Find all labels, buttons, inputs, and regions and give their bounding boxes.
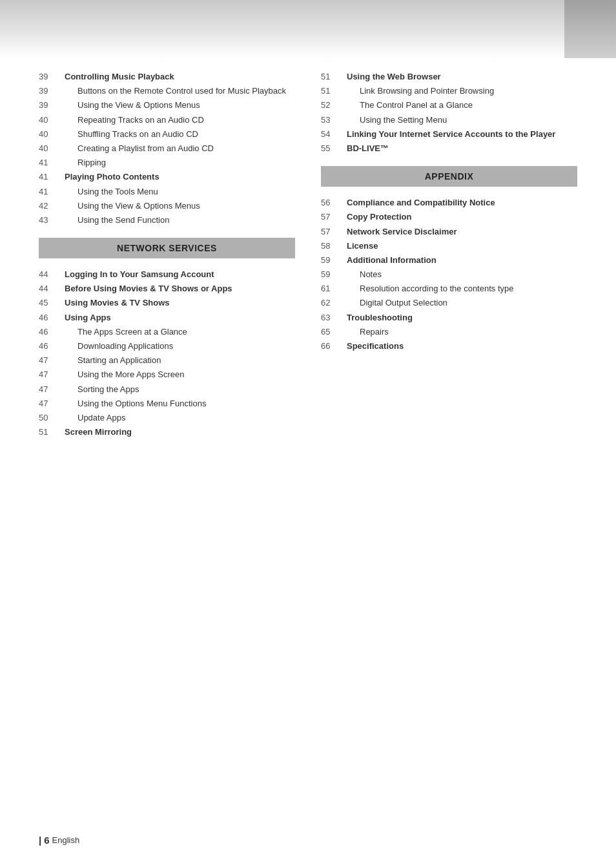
toc-page-number: 58 bbox=[321, 240, 347, 252]
table-row: 42Using the View & Options Menus bbox=[39, 200, 295, 212]
table-row: 47Using the More Apps Screen bbox=[39, 369, 295, 380]
table-row: 39Controlling Music Playback bbox=[39, 71, 295, 83]
toc-entry-label: Linking Your Internet Service Accounts t… bbox=[347, 129, 555, 140]
table-row: 47Sorting the Apps bbox=[39, 384, 295, 395]
toc-entry-label: Copy Protection bbox=[347, 211, 411, 223]
toc-entry-label: Creating a Playlist from an Audio CD bbox=[65, 143, 214, 154]
toc-entry-label: Repeating Tracks on an Audio CD bbox=[65, 114, 204, 126]
table-row: 52The Control Panel at a Glance bbox=[321, 99, 577, 111]
footer-pipe: | bbox=[39, 835, 41, 846]
table-row: 58License bbox=[321, 240, 577, 252]
table-row: 59Additional Information bbox=[321, 255, 577, 266]
toc-page-number: 47 bbox=[39, 398, 65, 410]
toc-page-number: 43 bbox=[39, 214, 65, 226]
toc-page-number: 51 bbox=[321, 71, 347, 83]
table-row: 41Playing Photo Contents bbox=[39, 171, 295, 183]
table-row: 59Notes bbox=[321, 269, 577, 280]
table-row: 39Buttons on the Remote Control used for… bbox=[39, 85, 295, 97]
toc-page-number: 47 bbox=[39, 369, 65, 380]
toc-page-number: 59 bbox=[321, 269, 347, 280]
toc-entry-label: Buttons on the Remote Control used for M… bbox=[65, 85, 286, 97]
toc-entry-label: Playing Photo Contents bbox=[65, 171, 159, 183]
toc-entry-label: Controlling Music Playback bbox=[65, 71, 174, 83]
toc-entry-label: Before Using Movies & TV Shows or Apps bbox=[65, 283, 232, 295]
toc-entry-label: Using the More Apps Screen bbox=[65, 369, 184, 380]
table-row: 43Using the Send Function bbox=[39, 214, 295, 226]
table-row: 46The Apps Screen at a Glance bbox=[39, 326, 295, 338]
toc-page-number: 39 bbox=[39, 71, 65, 83]
toc-entry-label: Using the Options Menu Functions bbox=[65, 398, 206, 410]
toc-entry-label: Shuffling Tracks on an Audio CD bbox=[65, 129, 198, 140]
toc-page-number: 46 bbox=[39, 340, 65, 352]
right-toc-entries: 51Using the Web Browser51Link Browsing a… bbox=[321, 71, 577, 154]
toc-entry-label: BD-LIVE™ bbox=[347, 143, 389, 154]
table-row: 40Repeating Tracks on an Audio CD bbox=[39, 114, 295, 126]
toc-page-number: 50 bbox=[39, 412, 65, 424]
toc-page-number: 54 bbox=[321, 129, 347, 140]
left-toc-entries: 39Controlling Music Playback39Buttons on… bbox=[39, 71, 295, 226]
table-row: 44Logging In to Your Samsung Account bbox=[39, 269, 295, 280]
toc-entry-label: Using the View & Options Menus bbox=[65, 99, 200, 111]
toc-entry-label: Compliance and Compatibility Notice bbox=[347, 197, 495, 209]
table-row: 41Ripping bbox=[39, 157, 295, 169]
toc-entry-label: Logging In to Your Samsung Account bbox=[65, 269, 214, 280]
table-row: 51Using the Web Browser bbox=[321, 71, 577, 83]
toc-page-number: 39 bbox=[39, 85, 65, 97]
toc-entry-label: Repairs bbox=[347, 326, 389, 338]
footer-language: English bbox=[52, 835, 80, 845]
toc-page-number: 56 bbox=[321, 197, 347, 209]
left-column: 39Controlling Music Playback39Buttons on… bbox=[39, 71, 295, 441]
table-row: 40Creating a Playlist from an Audio CD bbox=[39, 143, 295, 154]
toc-entry-label: Sorting the Apps bbox=[65, 384, 139, 395]
toc-page-number: 41 bbox=[39, 171, 65, 183]
toc-entry-label: Resolution according to the contents typ… bbox=[347, 283, 513, 295]
toc-entry-label: Network Service Disclaimer bbox=[347, 226, 457, 238]
toc-entry-label: License bbox=[347, 240, 378, 252]
toc-page-number: 57 bbox=[321, 226, 347, 238]
toc-entry-label: Digital Output Selection bbox=[347, 297, 447, 309]
toc-page-number: 51 bbox=[321, 85, 347, 97]
toc-page-number: 42 bbox=[39, 200, 65, 212]
table-row: 62Digital Output Selection bbox=[321, 297, 577, 309]
toc-page-number: 47 bbox=[39, 355, 65, 366]
top-decorative-bar bbox=[0, 0, 616, 58]
toc-entry-label: Troubleshooting bbox=[347, 312, 413, 324]
toc-entry-label: Ripping bbox=[65, 157, 106, 169]
appendix-toc-entries: 56Compliance and Compatibility Notice57C… bbox=[321, 197, 577, 352]
toc-page-number: 40 bbox=[39, 143, 65, 154]
table-row: 53Using the Setting Menu bbox=[321, 114, 577, 126]
toc-page-number: 44 bbox=[39, 269, 65, 280]
footer: | 6 English bbox=[39, 835, 79, 846]
toc-page-number: 44 bbox=[39, 283, 65, 295]
network-services-header: NETWORK SERVICES bbox=[39, 238, 295, 258]
toc-entry-label: Screen Mirroring bbox=[65, 426, 132, 438]
toc-page-number: 41 bbox=[39, 186, 65, 198]
toc-entry-label: Using the Setting Menu bbox=[347, 114, 447, 126]
table-row: 56Compliance and Compatibility Notice bbox=[321, 197, 577, 209]
toc-page-number: 53 bbox=[321, 114, 347, 126]
table-row: 47Using the Options Menu Functions bbox=[39, 398, 295, 410]
toc-entry-label: Using the Send Function bbox=[65, 214, 169, 226]
toc-entry-label: Using Apps bbox=[65, 312, 111, 324]
toc-page-number: 39 bbox=[39, 99, 65, 111]
toc-page-number: 62 bbox=[321, 297, 347, 309]
table-row: 47Starting an Application bbox=[39, 355, 295, 366]
appendix-header: APPENDIX bbox=[321, 166, 577, 187]
toc-page-number: 65 bbox=[321, 326, 347, 338]
toc-page-number: 40 bbox=[39, 129, 65, 140]
toc-page-number: 59 bbox=[321, 255, 347, 266]
table-row: 57Copy Protection bbox=[321, 211, 577, 223]
table-row: 65Repairs bbox=[321, 326, 577, 338]
toc-page-number: 40 bbox=[39, 114, 65, 126]
toc-entry-label: Using the Web Browser bbox=[347, 71, 441, 83]
toc-entry-label: Link Browsing and Pointer Browsing bbox=[347, 85, 494, 97]
table-row: 57Network Service Disclaimer bbox=[321, 226, 577, 238]
toc-page-number: 63 bbox=[321, 312, 347, 324]
toc-page-number: 45 bbox=[39, 297, 65, 309]
table-row: 39Using the View & Options Menus bbox=[39, 99, 295, 111]
toc-page-number: 61 bbox=[321, 283, 347, 295]
toc-entry-label: Using the Tools Menu bbox=[65, 186, 158, 198]
toc-entry-label: The Control Panel at a Glance bbox=[347, 99, 473, 111]
table-row: 45Using Movies & TV Shows bbox=[39, 297, 295, 309]
table-row: 46Using Apps bbox=[39, 312, 295, 324]
